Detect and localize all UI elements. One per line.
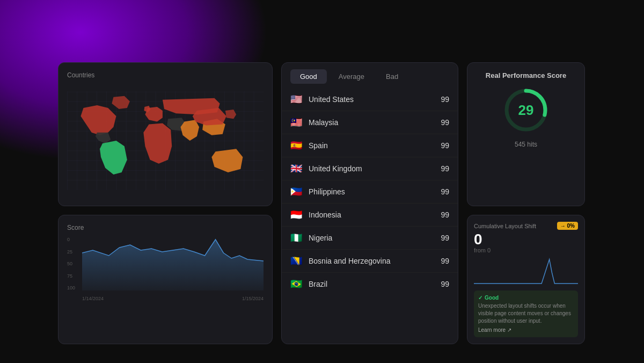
country-name: Malaysia: [309, 118, 435, 127]
country-name: Nigeria: [309, 234, 435, 242]
performance-card: Real Performance Score 29 545 hits: [467, 62, 585, 206]
country-flag: 🇲🇾: [290, 117, 303, 128]
good-label: ✓ Good: [478, 295, 574, 301]
country-name: United Kingdom: [309, 164, 435, 173]
list-item: 🇧🇷 Brazil 99: [282, 273, 458, 295]
list-item: 🇮🇩 Indonesia 99: [282, 204, 458, 227]
country-score: 99: [441, 234, 449, 242]
countries-list-card: Good Average Bad 🇺🇸 United States 99 🇲🇾 …: [281, 62, 458, 344]
list-item: 🇺🇸 United States 99: [282, 88, 458, 111]
country-flag: 🇳🇬: [290, 232, 303, 244]
country-name: Brazil: [309, 280, 435, 288]
tab-good[interactable]: Good: [290, 69, 327, 84]
country-name: Philippines: [309, 187, 435, 196]
country-flag: 🇵🇭: [290, 186, 303, 198]
tab-average[interactable]: Average: [329, 69, 374, 84]
country-score: 99: [441, 257, 449, 265]
world-map: [67, 84, 264, 197]
country-flag: 🇺🇸: [290, 93, 303, 105]
hits-count: 545 hits: [515, 141, 537, 148]
good-description: Unexpected layout shifts occur when visi…: [478, 302, 574, 325]
country-score: 99: [441, 141, 449, 150]
countries-map-card: Countries: [58, 62, 273, 206]
check-icon: ✓: [478, 295, 482, 301]
cls-chart: [474, 257, 578, 286]
score-ring: 29: [502, 86, 550, 134]
list-item: 🇳🇬 Nigeria 99: [282, 227, 458, 250]
cls-from: from 0: [474, 247, 578, 253]
cls-title: Cumulative Layout Shift: [474, 223, 536, 229]
performance-score: 29: [518, 102, 534, 119]
good-info-box: ✓ Good Unexpected layout shifts occur wh…: [474, 291, 578, 337]
country-score: 99: [441, 187, 449, 196]
score-chart-card: Score 100 75 50 25 0: [58, 215, 273, 344]
country-score: 99: [441, 210, 449, 219]
list-item: 🇲🇾 Malaysia 99: [282, 111, 458, 134]
countries-list: 🇺🇸 United States 99 🇲🇾 Malaysia 99 🇪🇸 Sp…: [282, 88, 458, 295]
list-item: 🇧🇦 Bosnia and Herzegovina 99: [282, 250, 458, 273]
list-item: 🇬🇧 United Kingdom 99: [282, 157, 458, 180]
list-item: 🇵🇭 Philippines 99: [282, 180, 458, 204]
country-flag: 🇬🇧: [290, 163, 303, 175]
list-item: 🇪🇸 Spain 99: [282, 134, 458, 157]
performance-title: Real Performance Score: [486, 71, 566, 79]
country-name: United States: [309, 95, 435, 104]
country-name: Indonesia: [309, 210, 435, 219]
country-flag: 🇧🇦: [290, 255, 303, 267]
external-link-icon: ↗: [507, 327, 511, 333]
country-flag: 🇪🇸: [290, 140, 303, 151]
country-name: Spain: [309, 141, 435, 150]
chart-y-labels: 100 75 50 25 0: [67, 237, 75, 291]
score-chart: 100 75 50 25 0: [67, 237, 264, 301]
country-score: 99: [441, 95, 449, 104]
cls-card: Cumulative Layout Shift → 0% 0 from 0 ✓ …: [467, 215, 585, 344]
country-flag: 🇧🇷: [290, 278, 303, 290]
chart-x-labels: 1/14/2024 1/15/2024: [82, 296, 264, 301]
countries-map-title: Countries: [67, 71, 264, 79]
country-name: Bosnia and Herzegovina: [309, 257, 435, 265]
score-chart-title: Score: [67, 224, 264, 231]
chart-svg-area: [82, 237, 264, 291]
country-score: 99: [441, 164, 449, 173]
country-score: 99: [441, 280, 449, 288]
cls-header: Cumulative Layout Shift → 0%: [474, 222, 578, 230]
cls-value: 0: [474, 232, 578, 247]
learn-more-link[interactable]: Learn more ↗: [478, 327, 574, 333]
country-flag: 🇮🇩: [290, 209, 303, 221]
cls-badge: → 0%: [557, 222, 578, 230]
country-score: 99: [441, 118, 449, 127]
tab-bad[interactable]: Bad: [376, 69, 408, 84]
tabs-container: Good Average Bad: [282, 69, 458, 84]
